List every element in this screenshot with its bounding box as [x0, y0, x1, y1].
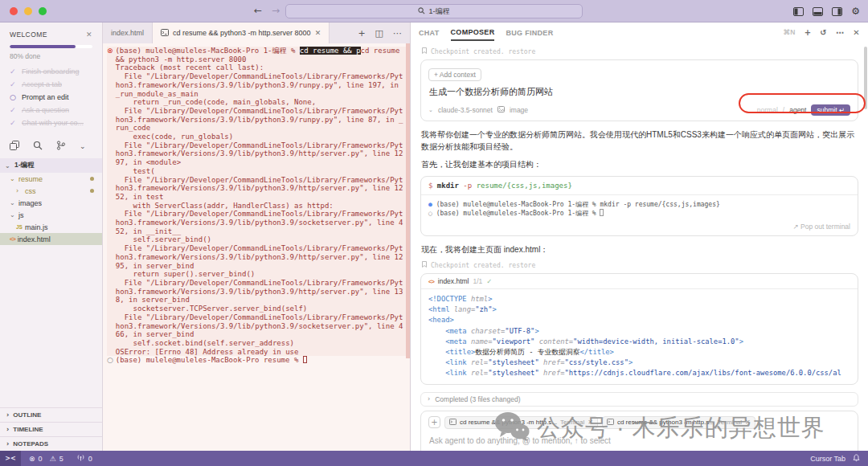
image-icon [497, 106, 505, 114]
tree-item-label: images [18, 199, 42, 207]
completed-label: Completed (3 files changed) [435, 395, 520, 403]
chip-kind-label: Terminal [560, 419, 584, 426]
explorer-icon[interactable] [10, 141, 19, 152]
ports-indicator[interactable]: 0 [76, 454, 92, 463]
chevron-down-icon[interactable]: ⌄ [80, 142, 86, 150]
shell-command[interactable]: $ mkdir -p resume/{css,js,images} [421, 177, 858, 195]
welcome-item[interactable]: ✓Chat with your co... [0, 117, 102, 129]
context-chip-terminal[interactable]: cd resume && python3 -m http.s...Termina… [602, 416, 755, 429]
terminal-line: hon3.framework/Versions/3.9/lib/python3.… [107, 322, 410, 331]
terminal-line: _run_module_as_main [107, 90, 410, 99]
terminal-line: return _run_code(code, main_globals, Non… [107, 98, 410, 107]
toggle-left-panel-icon[interactable] [793, 7, 804, 16]
forward-arrow-icon[interactable]: → [272, 5, 280, 16]
close-window-button[interactable] [10, 7, 18, 15]
terminal-cursor [600, 209, 604, 216]
tree-item-css[interactable]: ›css [0, 185, 102, 197]
more-actions-icon[interactable]: ⋯ [393, 28, 402, 39]
js-file-icon: JS [16, 224, 23, 230]
remove-chip-icon[interactable]: ✕ [588, 419, 593, 426]
split-editor-icon[interactable]: ◫ [375, 28, 383, 39]
composer-input[interactable]: Ask agent to do anything, @ to mention, … [429, 436, 850, 445]
tree-item-js[interactable]: ⌄js [0, 209, 102, 221]
code-token: "stylesheet" [488, 369, 539, 377]
prompt-text: (base) mulele@muleles-MacBook-Pro resume… [116, 356, 303, 364]
settings-gear-icon[interactable]: ⚙ [851, 6, 860, 17]
model-select[interactable]: claude-3.5-sonnet [438, 106, 493, 114]
search-tool-icon[interactable] [33, 141, 43, 152]
code-token: "https://cdnjs.cloudflare.com/ajax/libs/… [565, 369, 841, 377]
welcome-item[interactable]: ✓Accept a tab [0, 78, 102, 91]
toggle-bottom-panel-icon[interactable] [813, 7, 823, 16]
add-attachment-button[interactable]: + [428, 416, 440, 428]
file-name[interactable]: index.html [438, 277, 469, 285]
terminal-line: hon3.framework/Versions/3.9/lib/python3.… [107, 81, 410, 90]
terminal-line: hon3.framework/Versions/3.9/lib/python3.… [107, 149, 410, 158]
code-token: rel= [471, 358, 488, 366]
checkpoint-restore-link[interactable]: restore [509, 262, 536, 269]
model-select-chevron-icon: ⌄ [428, 107, 433, 113]
remove-chip-icon[interactable]: ✕ [745, 419, 751, 426]
output-text: (base) mulele@muleles-MacBook-Pro 1-编程 % [436, 210, 600, 217]
check-icon: ✓ [10, 80, 17, 88]
terminal-line: File "/Library/Developer/CommandLineTool… [107, 279, 410, 288]
toggle-right-panel-icon[interactable] [832, 7, 842, 16]
code-token: <meta [445, 337, 471, 345]
completed-summary-row[interactable]: › Completed (3 files changed) [420, 392, 858, 407]
source-control-icon[interactable] [56, 141, 66, 152]
image-button[interactable]: image [510, 106, 528, 114]
tab-chat[interactable]: CHAT [419, 25, 440, 40]
close-tab-icon[interactable]: ✕ [315, 29, 321, 37]
close-welcome-icon[interactable]: ✕ [86, 31, 92, 39]
workspace-search-box[interactable]: 1-编程 [285, 4, 583, 18]
tree-item-images[interactable]: ⌄images [0, 197, 102, 209]
code-token: > [739, 337, 743, 345]
close-panel-icon[interactable]: ✕ [853, 28, 860, 37]
chevron-collapsed-icon: › [6, 440, 9, 448]
explorer-root-folder[interactable]: ⌄ 1-编程 [0, 158, 102, 173]
code-token: href= [539, 369, 565, 377]
welcome-item[interactable]: ✓Finish onboarding [0, 65, 102, 78]
tree-item-main-js[interactable]: JSmain.js [0, 221, 102, 233]
sidebar-section-notepads[interactable]: ›NOTEPADS [0, 436, 102, 451]
cursor-tab-label[interactable]: Cursor Tab [810, 455, 845, 463]
new-chat-icon[interactable]: + [805, 28, 812, 37]
sidebar-section-timeline[interactable]: ›TIMELINE [0, 422, 102, 436]
remote-indicator[interactable]: >< [0, 451, 21, 466]
tab-bug-finder[interactable]: BUG FINDER [506, 25, 553, 40]
assistant-paragraph: 我将帮你创建一个专业的数据分析师简历网站。我会使用现代的HTML5和CSS3来构… [421, 129, 858, 153]
back-arrow-icon[interactable]: ← [254, 5, 262, 16]
new-terminal-icon[interactable]: + [358, 28, 365, 39]
history-icon[interactable]: ↺ [820, 28, 827, 37]
context-chip-terminal[interactable]: cd resume && python3 -m http.s...Termina… [444, 416, 598, 429]
add-context-button[interactable]: + Add context [428, 68, 481, 81]
welcome-item[interactable]: ○Prompt an edit [0, 91, 102, 104]
tab-terminal[interactable]: cd resume && python3 -m http.server 8000… [153, 22, 330, 43]
tree-item-index-html[interactable]: <>index.html [0, 233, 102, 245]
tab-index-html[interactable]: index.html [103, 22, 153, 43]
tab-composer[interactable]: COMPOSER [451, 24, 495, 41]
sidebar-section-outline[interactable]: ›OUTLINE [0, 407, 102, 422]
zoom-window-button[interactable] [39, 7, 47, 15]
bell-icon[interactable] [853, 454, 860, 464]
popout-terminal-link[interactable]: ↗ Pop out terminal [421, 219, 858, 235]
tree-item-resume[interactable]: ⌄resume [0, 173, 102, 185]
terminal-line: test( [107, 167, 410, 176]
check-icon: ✓ [486, 277, 492, 285]
code-token: name= [471, 337, 492, 345]
welcome-item[interactable]: ✓Ask a question [0, 104, 102, 117]
file-code-card: <> index.html 1/1 ✓ <!DOCTYPE html><html… [420, 273, 858, 385]
more-options-icon[interactable]: ⋯ [836, 28, 844, 37]
code-token: <link [445, 369, 471, 377]
modified-dot-badge [90, 189, 94, 193]
minimize-window-button[interactable] [24, 7, 32, 15]
code-token: "UTF-8" [505, 327, 534, 335]
terminal-output[interactable]: ⊗ (base) mulele@muleles-MacBook-Pro 1-编程… [103, 43, 410, 451]
checkpoint-restore-link[interactable]: restore [509, 48, 536, 55]
code-token: html [471, 295, 488, 303]
new-composer-shortcut: ⌘N [783, 28, 795, 36]
errors-count: 0 [39, 455, 43, 463]
code-token [428, 369, 445, 377]
problems-indicator[interactable]: ⊗ 0 ⚠ 5 [29, 455, 63, 463]
code-block[interactable]: <!DOCTYPE html><html lang="zh"><head> <m… [421, 289, 858, 384]
